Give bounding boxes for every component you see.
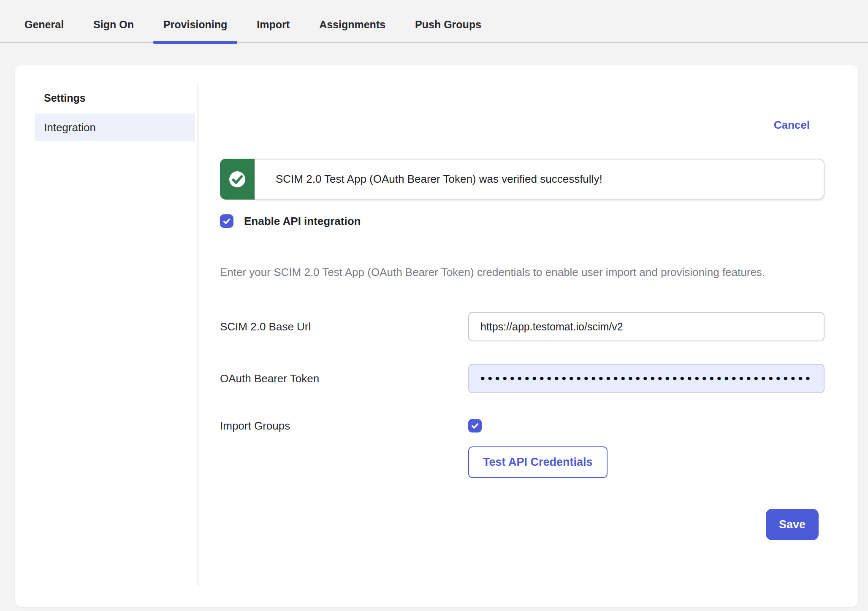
sidebar-heading: Settings — [15, 92, 198, 104]
test-credentials-row: Test API Credentials — [220, 446, 825, 478]
check-circle-icon — [229, 171, 245, 187]
banner-icon-section — [220, 159, 255, 200]
integration-panel: Cancel SCIM 2.0 Test App (OAuth Bearer T… — [198, 65, 858, 607]
banner-message: SCIM 2.0 Test App (OAuth Bearer Token) w… — [276, 173, 602, 186]
check-icon — [470, 421, 480, 430]
tab-provisioning[interactable]: Provisioning — [153, 7, 237, 42]
scim-base-url-input[interactable] — [468, 312, 825, 341]
credentials-description: Enter your SCIM 2.0 Test App (OAuth Bear… — [220, 262, 811, 282]
tab-general[interactable]: General — [14, 7, 74, 42]
enable-api-row: Enable API integration — [220, 214, 825, 228]
scim-base-url-label: SCIM 2.0 Base Url — [220, 320, 468, 333]
enable-api-checkbox[interactable] — [220, 214, 233, 228]
settings-card: Settings Integration Cancel — [15, 65, 858, 607]
scim-base-url-row: SCIM 2.0 Base Url — [220, 312, 825, 341]
save-row: Save — [220, 509, 825, 540]
import-groups-row: Import Groups — [220, 419, 825, 433]
tab-import[interactable]: Import — [247, 7, 300, 42]
test-api-credentials-button[interactable]: Test API Credentials — [468, 446, 608, 478]
app-tab-bar: General Sign On Provisioning Import Assi… — [0, 0, 868, 43]
import-groups-checkbox[interactable] — [468, 419, 482, 433]
tab-assignments[interactable]: Assignments — [309, 7, 396, 42]
enable-api-label: Enable API integration — [244, 215, 361, 228]
sidebar-item-label: Integration — [44, 121, 96, 134]
tab-sign-on[interactable]: Sign On — [83, 7, 144, 42]
oauth-token-label: OAuth Bearer Token — [220, 372, 468, 385]
import-groups-label: Import Groups — [220, 419, 468, 433]
cancel-row: Cancel — [220, 119, 825, 132]
credentials-form: SCIM 2.0 Base Url OAuth Bearer Token Imp… — [220, 312, 825, 478]
sidebar-item-integration[interactable]: Integration — [35, 114, 195, 141]
success-banner: SCIM 2.0 Test App (OAuth Bearer Token) w… — [220, 159, 825, 200]
oauth-token-input[interactable] — [468, 364, 825, 393]
check-icon — [222, 216, 231, 226]
tab-push-groups[interactable]: Push Groups — [405, 7, 491, 42]
cancel-link[interactable]: Cancel — [774, 119, 810, 131]
oauth-token-row: OAuth Bearer Token — [220, 364, 825, 393]
settings-sidebar: Settings Integration — [15, 65, 198, 607]
provisioning-page: General Sign On Provisioning Import Assi… — [0, 0, 868, 611]
banner-message-box: SCIM 2.0 Test App (OAuth Bearer Token) w… — [255, 159, 825, 200]
save-button[interactable]: Save — [766, 509, 819, 540]
